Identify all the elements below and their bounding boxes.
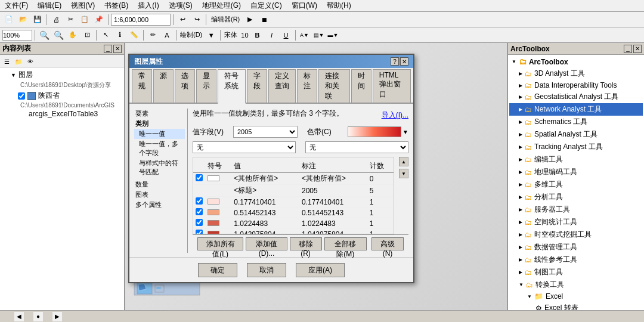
menu-file[interactable]: 文件(F)	[2, 1, 30, 11]
tab-html[interactable]: HTML 弹出窗口	[373, 69, 411, 103]
print-btn[interactable]: 🖨	[49, 13, 63, 26]
add-field-select-1[interactable]: 无	[193, 141, 296, 153]
menu-help[interactable]: 帮助(H)	[324, 1, 354, 11]
menu-edit[interactable]: 编辑(E)	[35, 1, 64, 11]
label-btn[interactable]: A	[160, 29, 174, 42]
toolbox-excel-to-table[interactable]: ⚙ Excel 转表	[509, 302, 643, 310]
dialog-minimize-btn[interactable]: ?	[391, 57, 399, 66]
tab-time[interactable]: 时间	[351, 69, 371, 103]
menu-view[interactable]: 视图(V)	[69, 1, 97, 11]
tab-general[interactable]: 常规	[132, 69, 152, 103]
toc-minimize-btn[interactable]: _	[104, 45, 112, 53]
toolbox-linearref[interactable]: ▶ 🗂 线性参考工具	[509, 253, 643, 266]
editor-play-btn[interactable]: ▶	[243, 13, 256, 26]
toolbox-3d[interactable]: ▶ 🗂 3D Analyst 工具	[509, 67, 643, 80]
toc-layer-shaanxi[interactable]: 陕西省	[8, 90, 123, 101]
status-btn-1[interactable]: ◀	[14, 312, 24, 321]
toolbox-server[interactable]: ▶ 🗂 服务器工具	[509, 203, 643, 216]
select-btn[interactable]: ↖	[99, 29, 112, 42]
table-row-4[interactable]: 1.042975804 1.042975804 1	[193, 229, 394, 235]
add-field-select-2[interactable]: 无	[305, 141, 408, 153]
add-value-btn[interactable]: 添加值(D)...	[246, 237, 287, 250]
tab-symbology[interactable]: 符号系统	[218, 69, 245, 104]
sym-feat-label[interactable]: 要素	[134, 109, 185, 119]
arctoolbox-close-btn[interactable]: ✕	[633, 45, 642, 53]
import-link[interactable]: 导入(I)...	[382, 110, 408, 120]
layer-properties-dialog[interactable]: 图层属性 ? ✕ 常规 源 选项 显示 符号系统 字段 定义查询 标注 连接和关…	[128, 54, 414, 283]
arrow-down-btn[interactable]: ▼	[399, 169, 408, 178]
sym-unique-value-multi-label[interactable]: 唯一一值，多个字段	[134, 139, 185, 158]
toc-layer-excel[interactable]: arcgis_ExcelToTable3	[8, 109, 123, 119]
pan-btn[interactable]: ✋	[66, 29, 79, 42]
redo-btn[interactable]: ↪	[190, 13, 203, 26]
arrow-up-btn[interactable]: ▲	[399, 157, 408, 166]
italic-btn[interactable]: I	[265, 29, 278, 42]
remove-all-btn[interactable]: 全部移除(M)	[324, 237, 367, 250]
toolbox-cartography[interactable]: ▶ 🗂 制图工具	[509, 266, 643, 278]
table-row-3[interactable]: 1.0224483 1.0224483 1	[193, 218, 394, 229]
draw-tool-btn[interactable]: ▼	[205, 29, 218, 42]
copy-btn[interactable]: 📋	[78, 13, 91, 26]
table-row-header[interactable]: <标题> 2005 5	[193, 185, 394, 197]
toolbox-geostat[interactable]: ▶ 🗂 Geostatistical Analyst 工具	[509, 91, 643, 103]
toolbox-analysis[interactable]: ▶ 🗂 分析工具	[509, 191, 643, 203]
row4-check[interactable]	[193, 229, 205, 235]
arctoolbox-minimize-btn[interactable]: _	[624, 45, 632, 53]
toolbox-spatialstat[interactable]: ▶ 🗂 空间统计工具	[509, 216, 643, 228]
status-btn-2[interactable]: ●	[33, 312, 43, 321]
advanced-btn[interactable]: 高级(N)	[371, 237, 404, 250]
toolbox-datamgmt[interactable]: ▶ 🗂 数据管理工具	[509, 241, 643, 253]
sym-unique-value-label[interactable]: 唯一一值	[134, 129, 185, 139]
open-btn[interactable]: 📂	[17, 13, 30, 26]
cut-btn[interactable]: ✂	[64, 13, 77, 26]
row2-check[interactable]	[193, 208, 205, 218]
toolbox-interop[interactable]: ▶ 🗂 Data Interoperability Tools	[509, 80, 643, 91]
tab-definition-query[interactable]: 定义查询	[268, 69, 296, 103]
toolbox-network[interactable]: ▶ 🗂 Network Analyst 工具	[509, 103, 643, 116]
tab-labels[interactable]: 标注	[297, 69, 317, 103]
toc-close-btn[interactable]: ✕	[113, 45, 122, 53]
tab-source[interactable]: 源	[153, 69, 174, 103]
zoom-out-btn[interactable]: 🔍	[52, 29, 65, 42]
ok-btn[interactable]: 确定	[198, 263, 237, 277]
draw-btn[interactable]: ✏	[146, 29, 159, 42]
table-row-1[interactable]: 0.177410401 0.177410401 1	[193, 197, 394, 208]
toolbox-geocoding[interactable]: ▶ 🗂 地理编码工具	[509, 166, 643, 178]
measure-btn[interactable]: 📏	[128, 29, 141, 42]
tab-joins[interactable]: 连接和关联	[318, 69, 349, 103]
toolbox-schematics[interactable]: ▶ 🗂 Schematics 工具	[509, 116, 643, 128]
toc-layers-root[interactable]: ▼ 图层	[1, 69, 123, 80]
menu-geoprocessing[interactable]: 地理处理(G)	[200, 1, 243, 11]
add-all-values-btn[interactable]: 添加所有值(L)	[197, 237, 243, 250]
color-ramp-bar[interactable]	[348, 126, 401, 137]
toolbox-excel-folder[interactable]: ▼ 📁 Excel	[509, 291, 643, 302]
toc-layer-shaanxi-checkbox[interactable]	[18, 92, 25, 100]
row1-check[interactable]	[193, 197, 205, 208]
status-btn-3[interactable]: ▶	[52, 312, 62, 321]
zoom-in-btn[interactable]: 🔍	[38, 29, 51, 42]
full-extent-btn[interactable]: ⊡	[80, 29, 94, 42]
color-ramp-dropdown[interactable]: ▼	[402, 129, 408, 135]
sym-category-label[interactable]: 类别	[134, 119, 185, 129]
row-other-check[interactable]	[193, 173, 205, 185]
scale-input[interactable]	[111, 14, 171, 26]
toolbox-editing[interactable]: ▶ 🗂 编辑工具	[509, 153, 643, 166]
tab-fields[interactable]: 字段	[247, 69, 267, 103]
bold-btn[interactable]: B	[251, 29, 264, 42]
toolbox-conversion[interactable]: ▼ 🗂 转换工具	[509, 278, 643, 291]
table-row-other-all[interactable]: <其他所有值> <其他所有值> 0	[193, 173, 394, 185]
underline-btn[interactable]: U	[280, 29, 293, 42]
menu-customize[interactable]: 自定义(C)	[248, 1, 284, 11]
table-row-2[interactable]: 0.514452143 0.514452143 1	[193, 208, 394, 218]
zoom-input[interactable]	[2, 30, 32, 41]
toolbox-spatial[interactable]: ▶ 🗂 Spatial Analyst 工具	[509, 128, 643, 141]
arctoolbox-root[interactable]: ▼ 🗂 ArcToolbox	[509, 56, 643, 67]
toc-list-by-visibility[interactable]: 👁	[25, 56, 36, 67]
font-color-btn[interactable]: A▼	[298, 29, 311, 42]
sym-quantity-label[interactable]: 数量	[134, 179, 185, 190]
fill-color-btn[interactable]: ▤▼	[312, 29, 326, 42]
toc-list-by-drawing-order[interactable]: ☰	[1, 56, 12, 67]
tab-selection[interactable]: 选项	[175, 69, 195, 103]
toc-list-by-source[interactable]: 📁	[13, 56, 24, 67]
apply-btn[interactable]: 应用(A)	[296, 263, 345, 277]
